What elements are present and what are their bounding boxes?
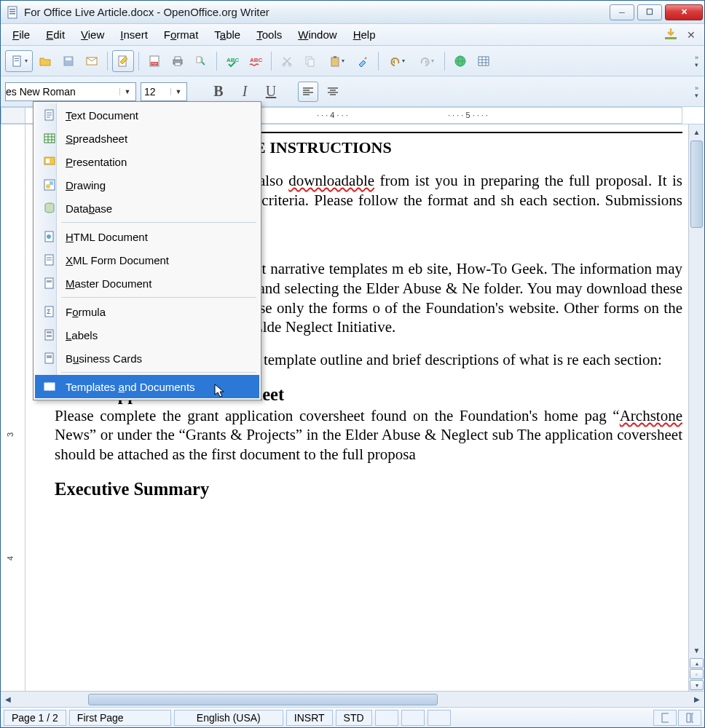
hyperlink-button[interactable] — [449, 50, 471, 72]
undo-button[interactable] — [383, 50, 411, 72]
svg-rect-31 — [662, 713, 669, 722]
menu-view[interactable]: View — [74, 25, 111, 44]
close-button[interactable]: ✕ — [665, 4, 703, 20]
dd-item-database[interactable]: Database — [35, 197, 259, 220]
menu-tools[interactable]: Tools — [249, 25, 289, 44]
close-doc-icon[interactable]: ✕ — [682, 28, 700, 42]
download-icon[interactable] — [663, 28, 678, 42]
xml-icon — [41, 253, 58, 266]
dd-item-spreadsheet[interactable]: Spreadsheet — [35, 127, 259, 150]
dd-item-html[interactable]: HTML Document — [35, 225, 259, 248]
statusbar: Page 1 / 2 First Page English (USA) INSR… — [1, 707, 704, 727]
italic-button[interactable]: I — [234, 81, 256, 103]
status-lang[interactable]: English (USA) — [174, 710, 283, 726]
svg-rect-55 — [50, 383, 55, 390]
svg-rect-19 — [197, 57, 201, 63]
dd-item-text-doc[interactable]: Text Document — [35, 103, 259, 127]
align-center-button[interactable] — [323, 82, 343, 102]
scroll-right-icon[interactable]: ▶ — [690, 695, 704, 703]
prev-page-icon[interactable]: ▴ — [690, 658, 704, 668]
html-icon — [41, 230, 58, 243]
status-view-icon[interactable] — [678, 710, 701, 726]
toolbar-overflow[interactable]: »▾ — [693, 50, 700, 73]
svg-rect-9 — [66, 58, 71, 60]
horizontal-scrollbar[interactable]: ◀ ▶ — [1, 691, 704, 707]
cut-button[interactable] — [276, 50, 298, 72]
labels-icon — [41, 328, 58, 341]
maximize-button[interactable]: ☐ — [637, 4, 662, 20]
status-style[interactable]: First Page — [69, 710, 171, 726]
hscroll-thumb[interactable] — [88, 694, 438, 705]
new-button[interactable] — [5, 50, 33, 72]
svg-rect-30 — [478, 57, 489, 66]
vertical-ruler[interactable]: 3 4 — [4, 124, 25, 691]
dd-item-formula[interactable]: ΣFormula — [35, 300, 259, 323]
bold-button[interactable]: B — [208, 81, 229, 103]
dd-label: XML Form Document — [66, 254, 169, 266]
vertical-scrollbar[interactable]: ▲ ▼ ▴ ◦ ▾ — [688, 124, 704, 691]
underline-button[interactable]: U — [260, 81, 282, 103]
menu-insert[interactable]: Insert — [113, 25, 155, 44]
text-doc-icon — [41, 108, 58, 122]
open-button[interactable] — [34, 50, 56, 72]
svg-rect-7 — [15, 60, 19, 61]
status-view-icon[interactable] — [653, 710, 677, 726]
svg-text:ABC: ABC — [227, 57, 240, 63]
print-button[interactable] — [167, 50, 189, 72]
scroll-thumb[interactable] — [690, 141, 703, 228]
svg-rect-37 — [46, 159, 50, 163]
table-button[interactable] — [473, 50, 495, 72]
status-page[interactable]: Page 1 / 2 — [4, 710, 66, 726]
svg-rect-33 — [692, 713, 693, 722]
svg-rect-2 — [9, 11, 15, 12]
align-left-button[interactable] — [298, 82, 318, 102]
edit-file-button[interactable] — [112, 50, 134, 72]
svg-rect-40 — [50, 181, 53, 185]
autospell-button[interactable]: ABC — [245, 50, 267, 72]
dd-item-xml[interactable]: XML Form Document — [35, 248, 259, 272]
dd-separator — [61, 372, 256, 373]
scroll-left-icon[interactable]: ◀ — [1, 695, 15, 703]
copy-button[interactable] — [299, 50, 321, 72]
menu-file[interactable]: File — [5, 25, 37, 44]
format-paint-button[interactable] — [352, 50, 374, 72]
svg-rect-6 — [15, 58, 19, 59]
scroll-down-icon[interactable]: ▼ — [689, 643, 704, 657]
dd-item-drawing[interactable]: Drawing — [35, 173, 259, 197]
scroll-up-icon[interactable]: ▲ — [689, 124, 704, 139]
dd-item-master[interactable]: Master Document — [35, 272, 259, 295]
minimize-button[interactable]: ─ — [610, 4, 634, 20]
dd-item-cards[interactable]: Business Cards — [35, 347, 259, 370]
font-combo[interactable]: es New Roman ▼ — [5, 82, 136, 101]
dd-item-templates[interactable]: Templates and Documents — [35, 375, 259, 398]
status-cell[interactable] — [401, 710, 425, 726]
paste-button[interactable] — [323, 50, 350, 72]
status-std[interactable]: STD — [336, 710, 372, 726]
toolbar2-overflow[interactable]: »▾ — [693, 80, 700, 103]
redo-button[interactable] — [412, 50, 440, 72]
status-cell[interactable] — [375, 710, 398, 726]
status-cell[interactable] — [428, 710, 451, 726]
email-button[interactable] — [81, 50, 103, 72]
svg-rect-32 — [687, 713, 690, 722]
preview-button[interactable] — [190, 50, 212, 72]
next-page-icon[interactable]: ▾ — [690, 680, 704, 690]
dd-label: Business Cards — [66, 352, 142, 365]
svg-rect-0 — [8, 7, 17, 18]
fontsize-combo[interactable]: 12 ▼ — [141, 82, 187, 101]
menu-window[interactable]: Window — [291, 25, 344, 44]
save-button[interactable] — [58, 50, 79, 72]
menu-help[interactable]: Help — [346, 25, 383, 44]
dd-item-presentation[interactable]: Presentation — [35, 150, 259, 173]
menu-table[interactable]: Table — [207, 25, 248, 44]
pdf-button[interactable]: PDF — [143, 50, 165, 72]
spellcheck-button[interactable]: ABC — [221, 50, 243, 72]
svg-rect-50 — [47, 331, 52, 333]
svg-text:PDF: PDF — [151, 62, 158, 66]
menu-edit[interactable]: Edit — [39, 25, 72, 44]
status-insert[interactable]: INSRT — [286, 710, 333, 726]
dd-item-labels[interactable]: Labels — [35, 323, 259, 347]
dd-label: HTML Document — [66, 231, 148, 243]
menu-format[interactable]: Format — [157, 25, 206, 44]
nav-select-icon[interactable]: ◦ — [690, 669, 704, 679]
